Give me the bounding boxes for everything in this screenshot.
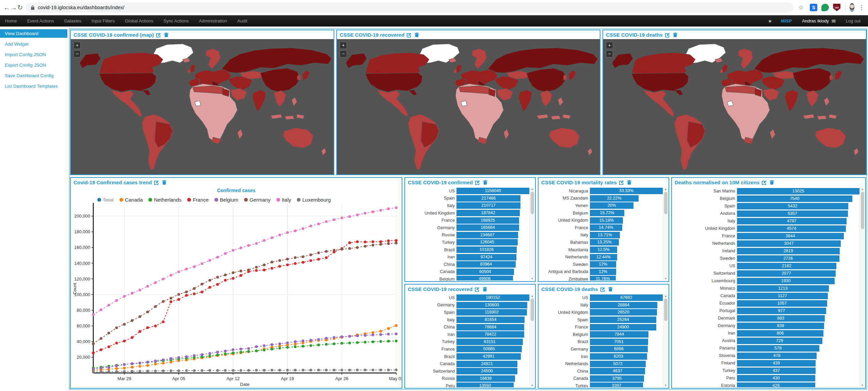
scrollbar-thumb[interactable] <box>664 192 668 214</box>
widget-scrollbar[interactable]: ▲▼ <box>530 187 534 280</box>
map-zoom-in-button[interactable]: + <box>74 42 81 49</box>
browser-back-icon[interactable]: ← <box>3 2 10 13</box>
nav-item-event-actions[interactable]: Event Actions <box>22 15 59 27</box>
browser-forward-icon[interactable]: → <box>10 2 17 13</box>
scrollbar-thumb[interactable] <box>664 299 668 321</box>
sidebar-item-export-config-json[interactable]: Export Config JSON <box>0 61 67 69</box>
legend-item-germany[interactable]: Germany <box>244 197 271 203</box>
widget-scrollbar[interactable]: ▲▼ <box>663 294 668 387</box>
bar-track: 4787 <box>737 218 859 224</box>
x-tick-label: May 03 <box>389 376 402 381</box>
sidebar-item-save-dashboard-config[interactable]: Save Dashboard Config <box>0 71 67 80</box>
world-map-art <box>603 39 866 174</box>
user-name[interactable]: Andras Iklody <box>802 18 829 23</box>
scrollbar-thumb[interactable] <box>531 299 534 321</box>
trash-icon[interactable] <box>769 180 774 185</box>
logout-link[interactable]: Log out <box>846 18 861 23</box>
favourites-star-icon[interactable]: ★ <box>768 18 772 24</box>
edit-icon[interactable] <box>600 287 606 292</box>
widget-title: CSSE COVID-19 recovered <box>408 286 472 292</box>
edit-icon[interactable] <box>475 180 480 185</box>
trash-icon[interactable] <box>673 32 678 37</box>
trash-icon[interactable] <box>414 32 419 37</box>
nav-item-administration[interactable]: Administration <box>194 15 232 27</box>
scroll-down-icon[interactable]: ▼ <box>530 277 534 280</box>
widget-scrollbar[interactable]: ▲▼ <box>663 187 668 280</box>
trash-icon[interactable] <box>608 287 613 292</box>
edit-icon[interactable] <box>407 32 412 37</box>
widget-scrollbar[interactable]: ▲▼ <box>860 187 865 387</box>
trash-icon[interactable] <box>162 180 167 185</box>
sidebar-item-list-dashboard-templates[interactable]: List Dashboard Templates <box>0 82 67 90</box>
scroll-down-icon[interactable]: ▼ <box>663 277 668 280</box>
data-point <box>278 234 281 236</box>
bar-track: 15.18% <box>590 217 663 224</box>
legend-item-netherlands[interactable]: Netherlands <box>148 197 181 203</box>
sidebar-item-view-dashboard[interactable]: View Dashboard <box>0 29 67 38</box>
legend-item-italy[interactable]: Italy <box>276 197 291 203</box>
envelope-icon[interactable]: ✉ <box>832 18 836 24</box>
browser-profile-avatar[interactable] <box>850 3 854 12</box>
scroll-down-icon[interactable]: ▼ <box>860 384 865 387</box>
edit-icon[interactable] <box>156 32 161 37</box>
extension-ublock-icon[interactable]: UO <box>833 4 840 11</box>
nav-item-input-filters[interactable]: Input Filters <box>86 15 120 27</box>
bar-label: Switzerland <box>674 271 737 276</box>
sidebar-item-add-widget[interactable]: Add Widget <box>0 40 67 48</box>
scrollbar-thumb[interactable] <box>531 192 534 214</box>
data-point <box>340 217 343 219</box>
bookmark-star-icon[interactable]: ☆ <box>798 4 804 11</box>
scrollbar-thumb[interactable] <box>861 192 864 229</box>
map-zoom-in-button[interactable]: + <box>340 42 347 49</box>
trash-icon[interactable] <box>483 180 488 185</box>
trash-icon[interactable] <box>164 32 169 37</box>
widget-map-deaths: CSSE COVID-19 deaths <box>602 30 867 175</box>
bar-label: US <box>674 264 737 268</box>
map-zoom-out-button[interactable]: − <box>606 50 613 57</box>
bar: 81654 <box>456 317 525 323</box>
scroll-up-icon[interactable]: ▲ <box>530 188 534 191</box>
scroll-up-icon[interactable]: ▲ <box>663 294 668 298</box>
extension-green-icon[interactable] <box>821 4 829 11</box>
legend-item-belgium[interactable]: Belgium <box>214 197 238 203</box>
bar-list: San Marino13025Belgium7540Spain5432Andor… <box>673 187 859 387</box>
series-line-italy <box>93 208 396 315</box>
edit-icon[interactable] <box>665 32 670 37</box>
legend-item-total[interactable]: Total <box>97 197 114 203</box>
widget-bar-deaths-normalised: Deaths normalised on 10M citizensSan Mar… <box>671 177 866 389</box>
trash-icon[interactable] <box>482 287 487 292</box>
nav-item-audit[interactable]: Audit <box>232 15 253 27</box>
browser-menu-icon[interactable]: ⋮ <box>858 4 865 11</box>
org-link-misp[interactable]: MISP <box>781 18 792 23</box>
map-zoom-in-button[interactable]: + <box>606 42 613 49</box>
nav-item-galaxies[interactable]: Galaxies <box>59 15 86 27</box>
legend-item-france[interactable]: France <box>187 197 209 203</box>
browser-reload-icon[interactable]: ↻ <box>17 2 23 13</box>
legend-item-luxembourg[interactable]: Luxembourg <box>297 197 331 203</box>
edit-icon[interactable] <box>762 180 767 185</box>
nav-item-global-actions[interactable]: Global Actions <box>120 15 158 27</box>
nav-item-sync-actions[interactable]: Sync Actions <box>158 15 194 27</box>
map-zoom-out-button[interactable]: − <box>74 50 81 57</box>
scroll-down-icon[interactable]: ▼ <box>530 384 534 387</box>
edit-icon[interactable] <box>475 287 480 292</box>
bar: 165664 <box>456 224 519 231</box>
address-bar[interactable]: covid-19.iglocska.eu/dashboards/index/ <box>26 2 793 13</box>
data-point <box>325 369 328 371</box>
scroll-down-icon[interactable]: ▼ <box>663 384 668 387</box>
scroll-up-icon[interactable]: ▲ <box>530 294 534 298</box>
legend-item-canada[interactable]: Canada <box>119 197 143 203</box>
extension-s-icon[interactable]: S <box>810 4 817 11</box>
trash-icon[interactable] <box>627 180 632 185</box>
bar-label: Andorra <box>674 211 737 216</box>
edit-icon[interactable] <box>619 180 624 185</box>
edit-icon[interactable] <box>154 180 159 185</box>
sidebar-item-import-config-json[interactable]: Import Config JSON <box>0 50 67 59</box>
widget-scrollbar[interactable]: ▲▼ <box>530 294 534 387</box>
bar-label: Zimbabwe <box>541 277 590 280</box>
map-zoom-out-button[interactable]: − <box>340 50 347 57</box>
nav-item-home[interactable]: Home <box>0 15 22 27</box>
scroll-up-icon[interactable]: ▲ <box>663 188 668 191</box>
scroll-up-icon[interactable]: ▲ <box>860 188 865 191</box>
data-point <box>278 259 281 262</box>
